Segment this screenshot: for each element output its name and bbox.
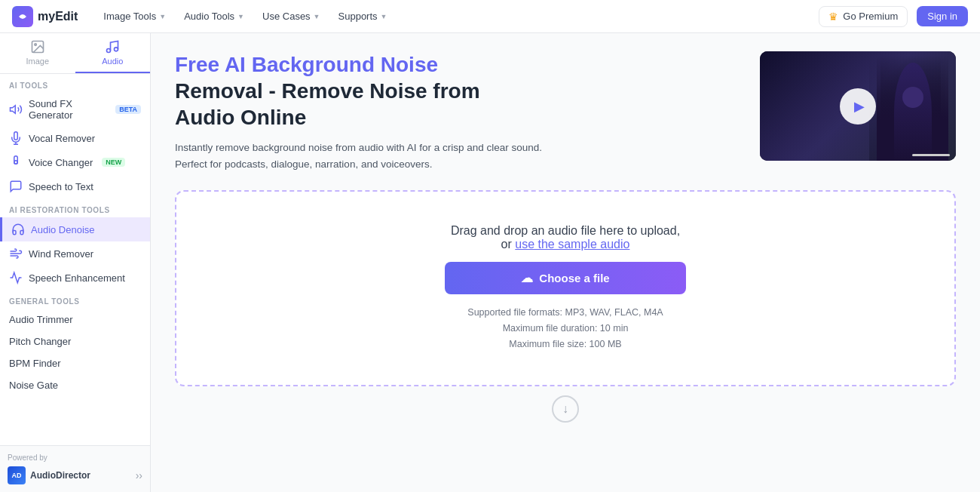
logo-icon — [12, 6, 33, 27]
sidebar-item-speech-to-text[interactable]: Speech to Text — [0, 174, 150, 198]
upload-text: Drag and drop an audio file here to uplo… — [451, 224, 680, 251]
sidebar-item-noise-gate-label: Noise Gate — [9, 380, 58, 391]
sidebar-item-vocal-remover[interactable]: Vocal Remover — [0, 126, 150, 150]
section-restoration-label: AI RESTORATION TOOLS — [0, 198, 150, 217]
sidebar-item-noise-gate[interactable]: Noise Gate — [0, 374, 150, 396]
chevron-down-icon: ▼ — [381, 13, 387, 20]
size-label: Maximum file size: 100 MB — [509, 339, 621, 349]
sidebar-item-pitch-changer-label: Pitch Changer — [9, 336, 71, 347]
powered-by-label: Powered by — [8, 454, 142, 462]
sidebar-item-vocal-remover-label: Vocal Remover — [29, 133, 95, 144]
nav-use-cases[interactable]: Use Cases ▼ — [255, 6, 328, 26]
file-info: Supported file formats: MP3, WAV, FLAC, … — [467, 305, 663, 353]
sidebar-item-voice-changer[interactable]: Voice Changer NEW — [0, 150, 150, 174]
chevron-down-icon: ▼ — [159, 13, 166, 20]
audiodirector-arrow-icon[interactable]: ›› — [136, 469, 142, 481]
navbar: myEdit Image Tools ▼ Audio Tools ▼ Use C… — [0, 0, 980, 33]
section-general-label: GENERAL TOOLS — [0, 290, 150, 309]
svg-point-3 — [115, 48, 118, 51]
logo-text: myEdit — [38, 10, 78, 23]
play-button[interactable] — [840, 88, 876, 125]
premium-label: Go Premium — [843, 11, 898, 22]
sidebar-item-bpm-finder[interactable]: BPM Finder — [0, 352, 150, 374]
hero-title-free: Free AI Background Noise — [175, 53, 438, 76]
svg-marker-4 — [11, 106, 16, 114]
new-badge: NEW — [102, 158, 125, 167]
audiodirector-row: AD AudioDirector ›› — [8, 466, 142, 484]
sign-in-button[interactable]: Sign in — [917, 6, 968, 26]
sidebar-item-bpm-finder-label: BPM Finder — [9, 358, 61, 369]
sidebar-item-pitch-changer[interactable]: Pitch Changer — [0, 331, 150, 352]
nav-audio-tools[interactable]: Audio Tools ▼ — [176, 6, 252, 26]
audiodirector-info: AD AudioDirector — [8, 466, 90, 484]
nav-supports[interactable]: Supports ▼ — [331, 6, 395, 26]
hero-description: Instantly remove background noise from a… — [175, 140, 552, 172]
scroll-down-icon: ↓ — [552, 395, 579, 423]
chevron-down-icon: ▼ — [237, 13, 244, 20]
sample-audio-link[interactable]: use the sample audio — [515, 238, 629, 251]
main-content: Free AI Background Noise Removal - Remov… — [151, 33, 980, 492]
choose-label: Choose a file — [539, 272, 609, 284]
format-label: Supported file formats: MP3, WAV, FLAC, … — [467, 307, 663, 318]
svg-point-7 — [14, 161, 18, 165]
hero-title-removal: Removal - Remove Noise from — [175, 79, 480, 103]
sidebar-item-speech-enhancement-label: Speech Enhancement — [29, 272, 125, 284]
sidebar-item-voice-changer-label: Voice Changer — [29, 157, 93, 168]
upload-icon: ☁ — [521, 271, 533, 285]
nav-image-tools-label: Image Tools — [103, 11, 156, 22]
nav-supports-label: Supports — [338, 11, 378, 22]
sidebar-item-audio-trimmer[interactable]: Audio Trimmer — [0, 309, 150, 331]
sidebar-tabs: Image Audio — [0, 33, 150, 74]
tab-image[interactable]: Image — [0, 33, 75, 73]
beta-badge: BETA — [115, 105, 141, 114]
go-premium-button[interactable]: ♛ Go Premium — [819, 6, 908, 27]
sidebar-item-wind-remover[interactable]: Wind Remover — [0, 241, 150, 266]
tab-image-label: Image — [26, 57, 49, 66]
upload-zone: Drag and drop an audio file here to uplo… — [175, 190, 956, 386]
audiodirector-name: AudioDirector — [30, 470, 90, 481]
svg-point-2 — [107, 49, 111, 53]
sidebar-item-speech-enhancement[interactable]: Speech Enhancement — [0, 266, 150, 290]
sidebar-item-audio-denoise-label: Audio Denoise — [31, 224, 95, 235]
sidebar-item-sound-fx-label: Sound FX Generator — [29, 98, 106, 121]
sidebar-footer: Powered by AD AudioDirector ›› — [0, 445, 150, 492]
sign-in-label: Sign in — [927, 11, 957, 22]
tab-audio[interactable]: Audio — [75, 33, 151, 73]
crown-icon: ♛ — [828, 11, 838, 23]
sidebar-item-audio-denoise[interactable]: Audio Denoise — [0, 217, 150, 241]
nav-audio-tools-label: Audio Tools — [184, 11, 234, 22]
sidebar-item-audio-trimmer-label: Audio Trimmer — [9, 314, 73, 325]
tab-audio-label: Audio — [102, 57, 123, 66]
sidebar-item-wind-remover-label: Wind Remover — [29, 248, 93, 260]
scroll-hint: ↓ — [175, 395, 956, 423]
hero-title: Free AI Background Noise Removal - Remov… — [175, 51, 742, 131]
choose-file-button[interactable]: ☁ Choose a file — [445, 262, 686, 294]
main-layout: Image Audio AI TOOLS Sound FX Generator … — [0, 33, 980, 492]
audiodirector-logo: AD — [8, 466, 26, 484]
nav-image-tools[interactable]: Image Tools ▼ — [96, 6, 173, 26]
sidebar: Image Audio AI TOOLS Sound FX Generator … — [0, 33, 151, 492]
hero-section: Free AI Background Noise Removal - Remov… — [175, 51, 956, 172]
nav-use-cases-label: Use Cases — [262, 11, 311, 22]
or-text: or — [501, 238, 512, 251]
chevron-down-icon: ▼ — [314, 13, 320, 20]
sidebar-item-sound-fx[interactable]: Sound FX Generator BETA — [0, 93, 150, 126]
svg-point-1 — [35, 44, 37, 46]
section-ai-tools-label: AI TOOLS — [0, 74, 150, 93]
duration-label: Maximum file duration: 10 min — [503, 323, 629, 334]
hero-thumbnail — [760, 51, 956, 161]
hero-text: Free AI Background Noise Removal - Remov… — [175, 51, 742, 172]
hero-title-audio: Audio Online — [175, 106, 306, 129]
sidebar-item-speech-to-text-label: Speech to Text — [29, 181, 93, 192]
logo[interactable]: myEdit — [12, 6, 78, 27]
drag-text: Drag and drop an audio file here to uplo… — [451, 224, 680, 237]
